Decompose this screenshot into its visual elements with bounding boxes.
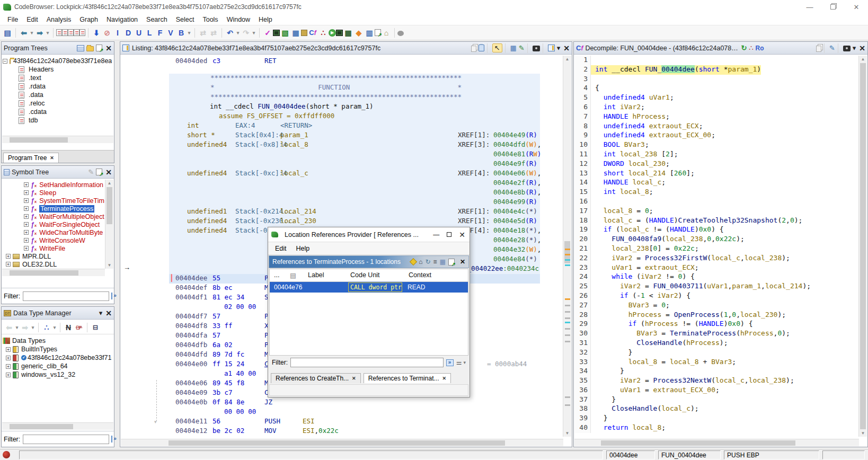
program-in-icon[interactable] — [62, 29, 68, 36]
listing-line[interactable]: undefined1Stack[-0x214...local_214XREF[1… — [169, 207, 540, 217]
decompile-line[interactable]: 3 — [575, 75, 858, 84]
decompile-line[interactable]: 2int __cdecl FUN_00404dee(short *param_1… — [575, 65, 858, 75]
menu-search[interactable]: Search — [142, 15, 172, 24]
reference-row[interactable]: 00404e76 CALL dword ptr ... READ — [270, 282, 468, 293]
decompile-line[interactable]: 19 if (local_c != (HANDLE)0x0) { — [575, 225, 858, 235]
copy-icon[interactable] — [471, 46, 476, 52]
dialog-filter-input[interactable] — [290, 358, 444, 367]
dtm-filter-arrays-icon[interactable]: N — [64, 322, 73, 333]
comment-balloon-icon[interactable] — [397, 31, 404, 36]
filter-dropdown-icon[interactable]: ▾ — [463, 360, 466, 365]
filter-options-icon[interactable] — [111, 436, 112, 443]
copy-icon[interactable] — [816, 46, 821, 52]
merge-out-icon[interactable]: ⇄ — [209, 28, 218, 38]
listing-line[interactable]: ****************************************… — [169, 93, 540, 102]
listing-line[interactable]: 00404e81(RW) — [169, 150, 540, 160]
save-icon[interactable]: ▤ — [3, 28, 12, 38]
data-int-icon[interactable]: I — [113, 28, 122, 38]
decompile-line[interactable]: 14 HANDLE local_c; — [575, 178, 858, 188]
decompile-line[interactable]: 23 uVar1 = extraout_ECX; — [575, 263, 858, 273]
tab-close-icon[interactable]: ✕ — [352, 376, 356, 381]
decompile-line[interactable]: 13 short local_214 [260]; — [575, 169, 858, 179]
tab-close-icon[interactable]: ✕ — [50, 155, 54, 161]
dialog-close-button[interactable]: ✕ — [459, 231, 465, 239]
decompile-line[interactable]: 38 CloseHandle(local_c); — [575, 404, 858, 414]
decompile-line[interactable]: 7 HANDLE hProcess; — [575, 112, 858, 122]
decompile-line[interactable]: 9 undefined4 extraout_ECX_00; — [575, 131, 858, 140]
listing-line[interactable]: 00404e1156PUSHESI — [169, 417, 559, 427]
merge-in-icon[interactable]: ⇄ — [198, 28, 208, 38]
symbol-item-writeconsolew[interactable]: +ƒxWriteConsoleW — [3, 236, 104, 244]
program-out-icon[interactable] — [68, 29, 74, 36]
listing-line[interactable]: ****************************************… — [169, 74, 540, 83]
tag-icon[interactable] — [410, 258, 417, 266]
decompile-line[interactable]: 27 BVar3 = 0; — [575, 301, 858, 311]
menu-window[interactable]: Window — [223, 15, 254, 24]
dtm-item-windows-vs12-32[interactable]: +windows_vs12_32 — [3, 370, 112, 379]
dtm-item-generic-clib-64[interactable]: +generic_clib_64 — [3, 362, 112, 370]
decompile-line[interactable]: 8 undefined4 extraout_ECX; — [575, 122, 858, 131]
dialog-header-close-icon[interactable]: ✕ — [460, 258, 465, 266]
byteviewer-icon[interactable] — [336, 30, 343, 36]
decompile-dropdown-icon[interactable]: ▾ — [853, 44, 856, 52]
data-long-icon[interactable]: L — [145, 28, 154, 38]
menu-select[interactable]: Select — [172, 15, 199, 24]
symbol-item-writefile[interactable]: +ƒxWriteFile — [3, 244, 104, 252]
decompile-line[interactable]: 35 iVar2 = Process32NextW(local_c,local_… — [575, 376, 858, 386]
dialog-menu-edit[interactable]: Edit — [271, 244, 290, 253]
symbol-item-mpr-dll[interactable]: +MPR.DLL — [3, 252, 104, 260]
decompile-line[interactable]: 21 local_238[0] = 0x22c; — [575, 244, 858, 254]
snapshot-icon[interactable] — [843, 46, 851, 51]
data-void-icon[interactable]: V — [166, 28, 175, 38]
close-button[interactable]: ✕ — [845, 0, 868, 14]
close-icon[interactable]: ✕ — [105, 44, 112, 52]
export-tab-icon[interactable] — [96, 169, 102, 175]
forward-dropdown-icon[interactable]: ▾ — [46, 28, 50, 38]
listing-line[interactable]: 00404dedc3RET — [169, 57, 559, 66]
decompile-line[interactable]: 39 } — [575, 414, 858, 423]
symbol-item-widechartomultibyte[interactable]: +ƒxWideCharToMultiByte — [3, 228, 104, 236]
dtm-forward-dropdown-icon[interactable]: ▾ — [31, 322, 35, 333]
data-byte-icon[interactable]: B — [176, 28, 186, 38]
dtm-filter-input[interactable] — [23, 435, 109, 444]
close-icon[interactable]: ✕ — [105, 168, 112, 176]
expand-icon[interactable]: + — [24, 230, 29, 235]
checkpoint-icon[interactable]: ◆ — [354, 28, 364, 38]
tree-item-rdata[interactable]: .rdata — [3, 82, 112, 91]
home-icon[interactable]: ⌂ — [419, 258, 422, 266]
program-snapshot-icon[interactable] — [79, 29, 85, 36]
decompile-line[interactable]: 11 int local_238 [2]; — [575, 150, 858, 160]
decompile-line[interactable]: 15 int local_8; — [575, 188, 858, 197]
toggle-fields-icon[interactable]: ▦ — [510, 44, 517, 52]
expand-icon[interactable]: + — [6, 356, 11, 360]
tree-item-tdb[interactable]: tdb — [3, 116, 112, 125]
sort-icon[interactable]: ▤ — [290, 271, 296, 279]
dtm-layout-icon[interactable]: ∴ — [42, 322, 51, 333]
listing-line[interactable] — [169, 66, 559, 74]
data-dropdown-icon[interactable]: ▾ — [187, 28, 191, 38]
list-icon[interactable]: ≡ — [433, 258, 437, 266]
expand-icon[interactable]: + — [24, 182, 29, 187]
decompile-line[interactable]: 40 return local_8; — [575, 423, 858, 433]
dtm-dropdown-icon[interactable]: ▾ — [99, 309, 103, 317]
listing-vscroll[interactable]: ▲▼ — [563, 56, 571, 437]
menu-analysis[interactable]: Analysis — [42, 15, 76, 24]
dialog-maximize-button[interactable] — [447, 232, 451, 237]
listing-line[interactable]: 00404e2f(R), — [169, 179, 540, 188]
dtm-layout-dropdown-icon[interactable]: ▾ — [52, 322, 57, 333]
listing-line[interactable]: 00404e0b0f 84 8eJZ — [169, 398, 559, 408]
export-table-icon[interactable] — [375, 29, 381, 36]
dialog-tab[interactable]: References to CreateTh...✕ — [271, 373, 361, 383]
data-undefined-icon[interactable]: U — [134, 28, 144, 38]
menu-navigation[interactable]: Navigation — [102, 15, 142, 24]
decompile-line[interactable]: 18 local_c = (HANDLE)CreateToolhelp32Sna… — [575, 216, 858, 226]
clear-flow-icon[interactable]: ⌂ — [382, 28, 391, 38]
decompile-line[interactable]: 37 } — [575, 395, 858, 405]
program-diff-icon[interactable] — [56, 29, 62, 36]
decompile-line[interactable]: 10 BOOL BVar3; — [575, 140, 858, 150]
dtm-back-dropdown-icon[interactable]: ▾ — [15, 322, 19, 333]
menu-tools[interactable]: Tools — [198, 15, 222, 24]
ro-toggle[interactable]: Ro — [756, 45, 764, 52]
dtm-forward-icon[interactable]: ➡ — [20, 322, 30, 333]
cursor-arrow-icon[interactable]: ↖ — [492, 43, 502, 52]
